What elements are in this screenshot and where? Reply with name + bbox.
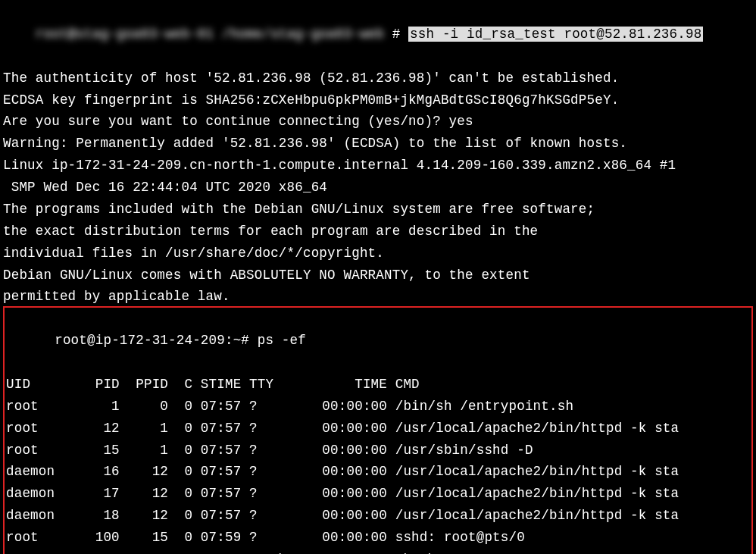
ps-row: daemon 17 12 0 07:57 ? 00:00:00 /usr/loc… [6, 483, 750, 505]
terminal-output-line: SMP Wed Dec 16 22:44:04 UTC 2020 x86_64 [3, 177, 753, 199]
terminal-output-line: Linux ip-172-31-24-209.cn-north-1.comput… [3, 155, 753, 177]
blurred-prompt: root@stag-goa03-web-01 /home/stag-goa03-… [36, 23, 384, 45]
ps-command: ps -ef [258, 333, 306, 348]
ps-header: UID PID PPID C STIME TTY TIME CMD [6, 374, 750, 396]
ps-row: root 1 0 0 07:57 ? 00:00:00 /bin/sh /ent… [6, 396, 750, 418]
ps-row: root 100 15 0 07:59 ? 00:00:00 sshd: roo… [6, 527, 750, 549]
terminal-output-line: The programs included with the Debian GN… [3, 199, 753, 221]
terminal-output-line: Debian GNU/Linux comes with ABSOLUTELY N… [3, 264, 753, 286]
prompt-hash: # [384, 27, 408, 42]
ps-row: daemon 16 12 0 07:57 ? 00:00:00 /usr/loc… [6, 461, 750, 483]
terminal-output-line: the exact distribution terms for each pr… [3, 221, 753, 243]
terminal-output-line: permitted by applicable law. [3, 286, 753, 308]
terminal-output-line: ECDSA key fingerprint is SHA256:zCXeHbpu… [3, 89, 753, 111]
terminal-output-line: individual files in /usr/share/doc/*/cop… [3, 243, 753, 264]
ps-row: root 106 100 0 07:59 pts/0 00:00:00 -bas… [6, 549, 750, 554]
ssh-command-highlight: ssh -i id_rsa_test root@52.81.236.98 [408, 27, 703, 42]
ps-row: root 15 1 0 07:57 ? 00:00:00 /usr/sbin/s… [6, 440, 750, 462]
terminal-output-line: Warning: Permanently added '52.81.236.98… [3, 133, 753, 155]
terminal-output-line: Are you sure you want to continue connec… [3, 111, 753, 133]
terminal-screen[interactable]: root@stag-goa03-web-01 /home/stag-goa03-… [3, 2, 753, 554]
prompt-line-2: root@ip-172-31-24-209:~# ps -ef [6, 308, 750, 374]
ps-row: daemon 18 12 0 07:57 ? 00:00:00 /usr/loc… [6, 505, 750, 527]
prompt-line-1: root@stag-goa03-web-01 /home/stag-goa03-… [3, 2, 753, 67]
terminal-output-line: The authenticity of host '52.81.236.98 (… [3, 67, 753, 89]
highlighted-region: root@ip-172-31-24-209:~# ps -ef UID PID … [3, 306, 753, 554]
ps-row: root 12 1 0 07:57 ? 00:00:00 /usr/local/… [6, 418, 750, 440]
shell-prompt: root@ip-172-31-24-209:~# [55, 333, 258, 348]
